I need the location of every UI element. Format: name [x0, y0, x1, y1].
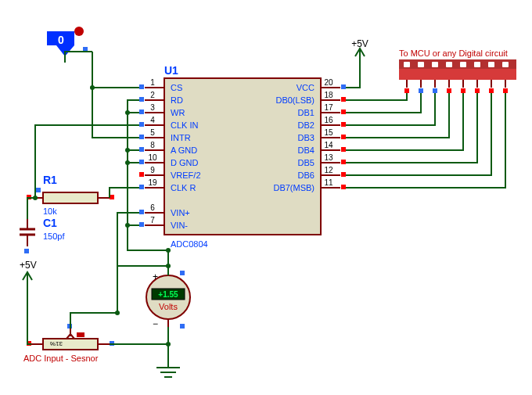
svg-point-109 — [125, 110, 130, 115]
svg-text:CS: CS — [171, 83, 182, 92]
svg-rect-157 — [180, 324, 185, 329]
svg-text:7: 7 — [150, 216, 155, 224]
svg-text:0: 0 — [58, 34, 64, 46]
svg-text:DB2: DB2 — [298, 120, 315, 130]
chip-part: ADC0804 — [171, 239, 208, 249]
svg-text:3: 3 — [150, 103, 155, 112]
svg-rect-87 — [432, 62, 438, 67]
svg-rect-100 — [447, 88, 451, 93]
svg-rect-91 — [488, 62, 494, 67]
svg-text:17: 17 — [324, 103, 333, 112]
svg-text:6: 6 — [150, 203, 155, 212]
capacitor-c1: C1 150pf — [20, 196, 65, 253]
svg-rect-134 — [24, 249, 29, 253]
output-header: To MCU or any Digital circuit — [399, 48, 516, 93]
svg-text:DB7(MSB): DB7(MSB) — [273, 183, 315, 192]
svg-point-135 — [33, 196, 38, 200]
svg-rect-108 — [503, 88, 508, 93]
svg-text:8: 8 — [150, 141, 155, 149]
svg-text:R1: R1 — [43, 174, 57, 186]
svg-rect-36 — [139, 185, 144, 189]
svg-rect-96 — [419, 88, 423, 93]
logic-probe: 0 — [47, 27, 92, 63]
svg-text:C1: C1 — [43, 217, 57, 229]
svg-text:DB1: DB1 — [298, 108, 315, 117]
vcc-top: +5V — [346, 38, 368, 88]
svg-text:RD: RD — [171, 95, 183, 105]
svg-text:DB6: DB6 — [298, 171, 315, 180]
svg-text:5: 5 — [150, 128, 155, 137]
svg-text:CLK IN: CLK IN — [171, 120, 199, 130]
svg-rect-32 — [139, 172, 144, 177]
chip-u1: U1 ADC0804 1 CS 2 RD 3 WR 4 CLK IN — [139, 64, 346, 249]
svg-rect-83 — [399, 59, 516, 69]
svg-rect-88 — [446, 62, 452, 67]
svg-point-147 — [115, 311, 120, 315]
svg-text:VCC: VCC — [297, 83, 315, 92]
svg-text:9: 9 — [150, 166, 155, 174]
svg-rect-98 — [433, 88, 437, 93]
svg-text:1: 1 — [150, 78, 155, 87]
svg-rect-76 — [341, 172, 346, 177]
svg-text:VIN+: VIN+ — [171, 208, 190, 217]
svg-text:19: 19 — [148, 178, 157, 187]
svg-text:To MCU or any Digital circuit: To MCU or any Digital circuit — [399, 48, 508, 58]
svg-point-161 — [166, 248, 171, 253]
svg-text:+1.55: +1.55 — [158, 290, 178, 299]
data-bus — [346, 93, 505, 188]
svg-rect-8 — [139, 97, 144, 102]
svg-rect-60 — [341, 122, 346, 127]
svg-rect-92 — [502, 62, 509, 67]
svg-text:15: 15 — [324, 128, 333, 137]
svg-text:D GND: D GND — [171, 158, 199, 167]
svg-text:14: 14 — [324, 141, 333, 149]
svg-rect-156 — [180, 271, 185, 275]
svg-text:11: 11 — [324, 178, 333, 187]
svg-text:10: 10 — [148, 153, 157, 162]
svg-text:CLK R: CLK R — [171, 183, 196, 192]
svg-text:DB3: DB3 — [298, 133, 315, 142]
svg-rect-84 — [399, 69, 516, 80]
vcc-left: +5V — [20, 260, 37, 336]
svg-text:4: 4 — [150, 116, 155, 124]
svg-rect-94 — [404, 88, 409, 93]
svg-rect-89 — [460, 62, 466, 67]
svg-text:DB0(LSB): DB0(LSB) — [275, 95, 315, 105]
svg-rect-40 — [139, 210, 144, 214]
svg-text:150pf: 150pf — [43, 232, 65, 241]
svg-rect-102 — [461, 88, 466, 93]
chip-ref: U1 — [164, 64, 178, 77]
svg-rect-64 — [341, 135, 346, 139]
svg-text:WR: WR — [171, 108, 185, 117]
svg-rect-44 — [139, 222, 144, 227]
svg-rect-4 — [139, 84, 144, 89]
svg-text:VIN-: VIN- — [171, 221, 188, 230]
svg-text:+5V: +5V — [20, 260, 37, 271]
svg-rect-52 — [341, 97, 346, 102]
svg-rect-20 — [139, 135, 144, 139]
svg-rect-56 — [341, 110, 346, 114]
svg-rect-16 — [139, 122, 144, 127]
svg-text:2: 2 — [150, 91, 155, 99]
svg-rect-12 — [139, 110, 144, 114]
svg-rect-127 — [36, 188, 41, 192]
voltmeter: +1.55 Volts + − — [146, 266, 190, 344]
svg-text:DB4: DB4 — [298, 145, 315, 155]
svg-text:A GND: A GND — [171, 145, 197, 155]
svg-text:ADC Input - Sesnor: ADC Input - Sesnor — [23, 354, 99, 363]
svg-text:20: 20 — [324, 78, 333, 87]
svg-text:VREF/2: VREF/2 — [171, 171, 201, 180]
svg-point-117 — [74, 27, 84, 36]
svg-text:10k: 10k — [43, 206, 57, 216]
svg-text:DB5: DB5 — [298, 158, 315, 167]
potentiometer[interactable]: 31% ADC Input - Sesnor — [23, 324, 114, 363]
svg-rect-121 — [43, 192, 98, 203]
svg-point-113 — [125, 223, 130, 228]
svg-rect-86 — [418, 62, 424, 67]
resistor-r1: R1 10k — [27, 174, 114, 216]
svg-rect-68 — [341, 147, 346, 152]
svg-rect-90 — [474, 62, 480, 67]
svg-rect-85 — [404, 62, 410, 67]
svg-text:+: + — [153, 271, 158, 282]
svg-text:18: 18 — [324, 91, 333, 99]
